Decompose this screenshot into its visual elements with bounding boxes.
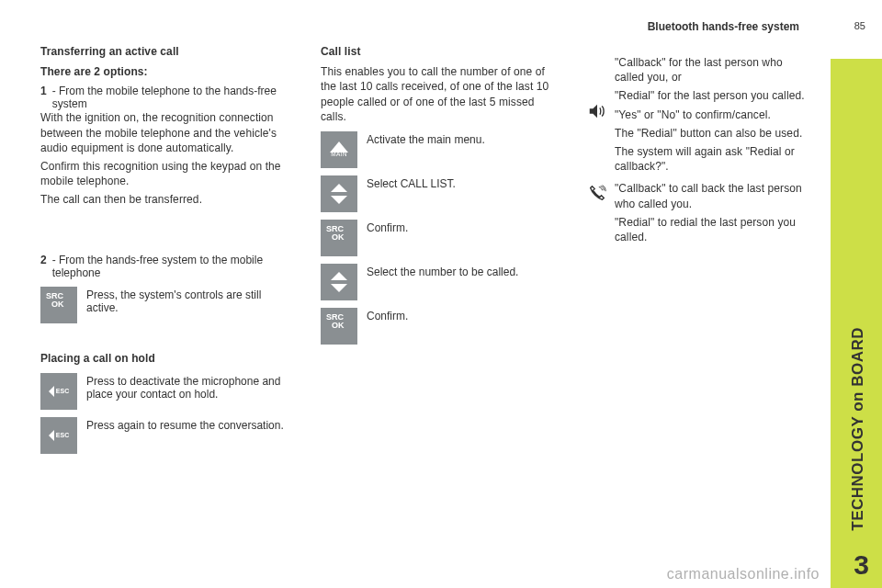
arrow-up-icon (331, 272, 347, 280)
section-title: TECHNOLOGY on BOARD (849, 327, 867, 531)
src-ok-icon: SRC OK (321, 220, 357, 256)
step-3: SRC OK Confirm. (321, 220, 560, 256)
redial-icon (587, 183, 607, 203)
step-1: MAIN Activate the main menu. (321, 131, 560, 168)
up-down-icon (321, 264, 357, 300)
option-2-number: 2 (40, 254, 47, 279)
esc-icon: ESC (40, 373, 77, 410)
option-2-text: - From the hands-free system to the mobi… (52, 254, 293, 279)
callback-2a: "Callback" to call back the last person … (615, 181, 808, 210)
callback-1b: "Redial" for the last person you called. (615, 88, 808, 103)
step-5-text: Confirm. (367, 308, 560, 322)
esc-label: ESC (56, 432, 69, 438)
call-list-intro: This enables you to call the number of o… (321, 64, 560, 124)
callback-1e: The system will again ask "Redial or cal… (615, 144, 808, 174)
option-1: 1 - From the mobile telephone to the han… (40, 85, 293, 110)
option-1-number: 1 (40, 85, 47, 110)
page-number: 85 (854, 20, 865, 31)
page-content: Transferring an active call There are 2 … (40, 44, 794, 454)
back-arrow-icon (49, 386, 54, 397)
option-2-action-text: Press, the system's controls are still a… (86, 287, 293, 314)
callback-1c: "Yes" or "No" to confirm/cancel. (615, 107, 808, 122)
step-1-text: Activate the main menu. (367, 131, 560, 146)
para-recognition: With the ignition on, the recognition co… (40, 110, 293, 155)
esc-icon: ESC (40, 417, 77, 454)
back-arrow-icon (49, 430, 54, 441)
ok-label: OK (332, 233, 345, 242)
hold-row-2: ESC Press again to resume the conversati… (40, 417, 293, 454)
column-transfer: Transferring an active call There are 2 … (40, 44, 293, 454)
main-menu-icon: MAIN (321, 131, 357, 168)
column-call-list: Call list This enables you to call the n… (321, 44, 560, 454)
heading-transferring: Transferring an active call (40, 44, 293, 59)
arrow-down-icon (331, 196, 347, 204)
callback-1d: The "Redial" button can also be used. (615, 126, 808, 141)
watermark: carmanualsonline.info (667, 566, 820, 582)
callback-1a: "Callback" for the last person who calle… (615, 55, 808, 85)
section-sidebar: TECHNOLOGY on BOARD 3 (831, 59, 882, 588)
step-4: Select the number to be called. (321, 264, 560, 300)
chapter-number: 3 (854, 549, 869, 581)
heading-call-list: Call list (321, 44, 560, 59)
esc-label: ESC (56, 388, 69, 394)
option-2: 2 - From the hands-free system to the mo… (40, 254, 293, 279)
para-transfer: The call can then be transferred. (40, 192, 293, 207)
column-callback: "Callback" for the last person who calle… (587, 44, 808, 454)
options-intro: There are 2 options: (40, 64, 293, 79)
step-2-text: Select CALL LIST. (367, 175, 560, 190)
step-2: Select CALL LIST. (321, 175, 560, 212)
src-ok-icon: SRC OK (40, 287, 77, 323)
arrow-up-icon (331, 184, 347, 192)
hold-1-text: Press to deactivate the microphone and p… (86, 373, 293, 401)
page-header: Bluetooth hands-free system (0, 20, 799, 33)
option-1-text: - From the mobile telephone to the hands… (52, 85, 293, 110)
step-3-text: Confirm. (367, 220, 560, 234)
hold-row-1: ESC Press to deactivate the microphone a… (40, 373, 293, 410)
main-label: MAIN (331, 151, 346, 157)
ok-label: OK (332, 322, 345, 330)
para-confirm: Confirm this recognition using the keypa… (40, 159, 293, 188)
callback-2b: "Redial" to redial the last person you c… (615, 215, 808, 244)
src-ok-icon: SRC OK (321, 308, 357, 345)
step-5: SRC OK Confirm. (321, 308, 560, 345)
heading-hold: Placing a call on hold (40, 351, 293, 366)
ok-label: OK (51, 300, 64, 309)
option-2-action-row: SRC OK Press, the system's controls are … (40, 287, 293, 323)
hold-2-text: Press again to resume the conversation. (86, 417, 293, 432)
up-down-icon (321, 175, 357, 212)
step-4-text: Select the number to be called. (367, 264, 560, 278)
arrow-down-icon (331, 284, 347, 292)
speaker-icon (587, 101, 607, 121)
